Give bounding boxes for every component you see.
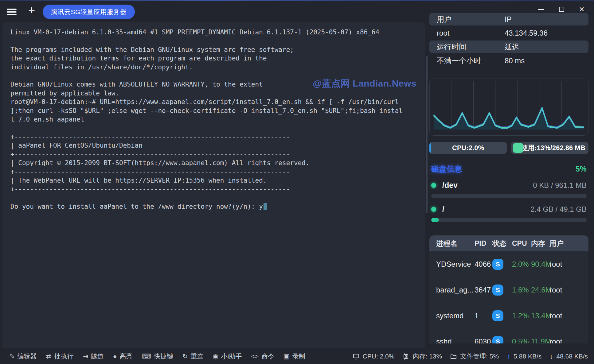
statusbar-upload-speed[interactable]: ↑ 5.88 KB/s — [507, 352, 541, 361]
info-header-uptime-latency: 运行时间 延迟 — [429, 41, 588, 53]
process-row[interactable]: YDService4066S2.0%90.4Mroot — [429, 251, 588, 277]
col-state: 状态 — [492, 239, 512, 248]
terminal-line — [10, 37, 403, 45]
volume-name: /dev — [442, 181, 458, 190]
command-icon: <> — [251, 353, 259, 360]
statusbar-item-label: 录制 — [292, 352, 305, 361]
maximize-icon — [559, 7, 564, 12]
statusbar-cpu[interactable]: CPU: 2.0% — [353, 353, 395, 360]
latency-header: 延迟 — [505, 42, 581, 52]
process-row[interactable]: barad_ag...3647S1.6%24.6Mroot — [429, 277, 588, 303]
app-window: + 腾讯云SG轻量应用服务器 × Linux VM-0-17-debian 6.… — [0, 0, 594, 364]
statusbar-item-label: 重连 — [190, 352, 203, 361]
statusbar-item-label: 编辑器 — [18, 352, 37, 361]
terminal-line: root@VM-0-17-debian:~# URL=https://www.a… — [10, 98, 403, 106]
statusbar-file-manager[interactable]: 文件管理: 5% — [450, 352, 499, 361]
statusbar-memory[interactable]: 内存: 13% — [402, 352, 442, 361]
statusbar-item-label: 隧道 — [91, 352, 104, 361]
info-row-uptime-latency: 不满一个小时 80 ms — [429, 53, 588, 68]
hotkey-icon: ⌨ — [142, 353, 151, 360]
terminal-line: | Copyright © 2015-2099 BT-SOFT(https://… — [10, 159, 403, 167]
folder-icon — [450, 353, 457, 360]
process-pid: 1 — [475, 312, 492, 320]
statusbar-item-highlight[interactable]: ●高亮 — [113, 352, 133, 361]
process-row[interactable]: sshd6030S0.5%11.9Mroot — [429, 329, 588, 343]
upload-arrow-icon: ↑ — [507, 352, 510, 361]
volume-usage-bar — [431, 194, 587, 198]
disk-volumes: /dev0 KB / 961.1 MB/2.4 GB / 49.1 GB — [429, 181, 588, 222]
volume-usage: 0 KB / 961.1 MB — [533, 181, 587, 190]
terminal-line: +---------------------------------------… — [10, 133, 403, 141]
memory-usage-label: 已使用:13%/262.86 MB — [514, 143, 585, 153]
info-header-user-ip: 用户 IP — [429, 13, 588, 25]
statusbar-right: CPU: 2.0% 内存: 13% 文件管理: 5% ↑ 5.88 KB/s ↓… — [353, 352, 594, 361]
statusbar-item-tunnel[interactable]: ⇥隧道 — [83, 352, 104, 361]
minimize-icon — [538, 9, 544, 10]
terminal-cursor — [264, 203, 267, 210]
statusbar-item-label: 高亮 — [120, 352, 133, 361]
process-pid: 3647 — [475, 286, 492, 294]
process-pid: 6030 — [475, 337, 492, 343]
menu-button[interactable] — [7, 9, 17, 15]
statusbar-item-command[interactable]: <>命令 — [251, 352, 274, 361]
cpu-usage-badge: CPU:2.0% — [429, 142, 507, 154]
cpu-usage-label: CPU:2.0% — [452, 144, 484, 152]
terminal-line: Linux VM-0-17-debian 6.1.0-35-amd64 #1 S… — [10, 28, 403, 37]
batch-exec-icon: ⇄ — [46, 353, 52, 360]
process-state-badge: S — [492, 285, 503, 296]
statusbar-item-label: 命令 — [261, 352, 274, 361]
col-pid: PID — [475, 239, 492, 248]
cpu-history-plot — [430, 79, 588, 135]
process-rows: YDService4066S2.0%90.4Mrootbarad_ag...36… — [429, 251, 588, 343]
process-cpu: 2.0% — [512, 260, 531, 269]
volume-usage: 2.4 GB / 49.1 GB — [530, 205, 587, 214]
disk-info-title: 磁盘信息 — [431, 164, 462, 174]
close-icon: × — [579, 5, 584, 14]
process-pid: 4066 — [475, 260, 492, 269]
process-name: sshd — [436, 337, 475, 343]
process-user: root — [549, 286, 588, 294]
statusbar-cpu-label: CPU: 2.0% — [363, 353, 395, 360]
terminal-line: +---------------------------------------… — [10, 168, 403, 176]
process-mem: 24.6M — [531, 286, 549, 294]
download-arrow-icon: ↓ — [549, 352, 553, 361]
process-mem: 13.4M — [531, 312, 549, 320]
chip-icon — [402, 353, 409, 360]
latency-value: 80 ms — [505, 56, 581, 65]
statusbar-item-assistant[interactable]: ◉小i助手 — [213, 352, 242, 361]
ip-value: 43.134.59.36 — [505, 29, 581, 37]
tunnel-icon: ⇥ — [83, 353, 88, 360]
process-user: root — [549, 337, 588, 343]
sidebar-scrollbar[interactable] — [426, 56, 428, 213]
info-row-user-ip: root 43.134.59.36 — [429, 25, 588, 41]
terminal-line — [10, 194, 403, 202]
terminal-line — [10, 124, 403, 132]
statusbar-file-label: 文件管理: 5% — [460, 352, 499, 361]
statusbar-item-record[interactable]: ▣录制 — [283, 352, 305, 361]
statusbar-item-batch-exec[interactable]: ⇄批执行 — [46, 352, 74, 361]
monitor-icon — [353, 353, 360, 360]
terminal-line: +---------------------------------------… — [10, 185, 403, 193]
editor-icon: ✎ — [9, 353, 15, 360]
statusbar-item-hotkey[interactable]: ⌨快捷键 — [142, 352, 173, 361]
process-user: root — [549, 312, 588, 320]
col-process-name: 进程名 — [436, 239, 475, 248]
volume-name: / — [442, 205, 444, 214]
statusbar-left: ✎编辑器⇄批执行⇥隧道●高亮⌨快捷键↻重连◉小i助手<>命令▣录制 — [0, 352, 305, 361]
statusbar: ✎编辑器⇄批执行⇥隧道●高亮⌨快捷键↻重连◉小i助手<>命令▣录制 CPU: 2… — [0, 349, 594, 364]
new-tab-button[interactable]: + — [25, 3, 38, 18]
statusbar-item-reconnect[interactable]: ↻重连 — [182, 352, 204, 361]
terminal-line: +---------------------------------------… — [10, 150, 403, 159]
statusbar-item-label: 快捷键 — [154, 352, 173, 361]
terminal-line: individual files in /usr/share/doc/*/cop… — [10, 63, 403, 72]
terminal[interactable]: Linux VM-0-17-debian 6.1.0-35-amd64 #1 S… — [2, 22, 425, 348]
user-value: root — [437, 29, 505, 37]
statusbar-download-speed[interactable]: ↓ 48.68 KB/s — [549, 352, 588, 361]
session-tab[interactable]: 腾讯云SG轻量应用服务器 — [43, 5, 135, 19]
statusbar-item-editor[interactable]: ✎编辑器 — [9, 352, 37, 361]
process-table: 进程名 PID 状态 CPU 内存 用户 YDService4066S2.0%9… — [429, 235, 588, 343]
terminal-line: Do you want to install aaPanel to the /w… — [10, 202, 403, 211]
process-row[interactable]: systemd1S1.2%13.4Mroot — [429, 303, 588, 329]
usage-badges: CPU:2.0% 已使用:13%/262.86 MB — [429, 142, 588, 154]
reconnect-icon: ↻ — [182, 353, 188, 360]
